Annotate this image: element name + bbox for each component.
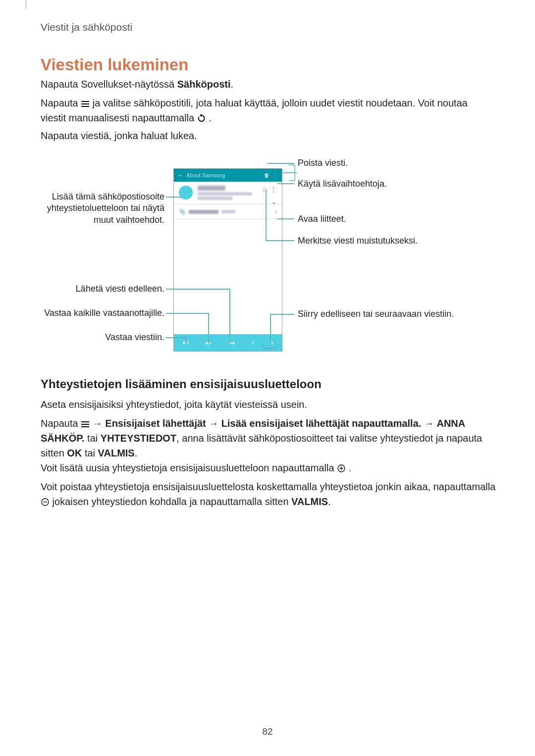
p6-suffix: .	[349, 462, 352, 473]
p5-mid: tai	[85, 433, 101, 444]
p7-mid: jokaisen yhteystiedon kohdalla ja napaut…	[53, 496, 292, 507]
phone-topbar: ← About Samsung 🗑 ⋮	[174, 169, 282, 182]
circle-plus-icon	[337, 464, 346, 473]
star-icon[interactable]: ☆	[262, 186, 268, 194]
menu-icon	[81, 421, 90, 428]
ann-line-replyall-v	[208, 313, 209, 344]
refresh-icon	[197, 114, 206, 123]
ann-line-reminder-v	[266, 190, 267, 240]
subsection-title: Yhteystietojen lisääminen ensisijaisuusl…	[41, 377, 321, 391]
ann-line-pn-up	[270, 314, 271, 348]
ann-line-reply	[166, 337, 186, 338]
paragraph-2: Napauta ja valitse sähköpostitili, jota …	[41, 96, 486, 125]
sender-email-blur	[198, 192, 252, 196]
p5-b5: OK	[67, 448, 82, 458]
p5-b6: VALMIS	[98, 448, 135, 458]
ann-line-replyall	[166, 313, 208, 314]
paragraph-3: Napauta viestiä, jonka haluat lukea.	[41, 130, 197, 142]
paragraph-6: Voit lisätä uusia yhteystietoja ensisija…	[41, 462, 351, 474]
p2-mid: ja valitse sähköpostitili, jota haluat k…	[41, 98, 468, 123]
attachment-chevron-icon: ›	[275, 209, 277, 215]
ann-add-contact: Lisää tämä sähköpostiosoite yhteystietol…	[41, 191, 164, 226]
ann-line-pn-h	[263, 348, 277, 349]
section-title: Viestien lukeminen	[41, 55, 188, 74]
p5-prefix: Napauta	[41, 418, 81, 429]
p5-b2: Lisää ensisijaiset lähettäjät napauttama…	[221, 418, 422, 429]
page-number: 82	[262, 726, 272, 737]
ann-line-contact	[166, 197, 181, 198]
attachment-name-blur	[189, 210, 218, 214]
menu-icon	[81, 101, 90, 107]
avatar[interactable]	[179, 186, 193, 200]
paragraph-7: Voit poistaa yhteystietoja ensisijaisuus…	[41, 479, 496, 509]
ann-line-reply-v	[186, 337, 187, 344]
p5-mid3: tai	[82, 448, 98, 458]
paragraph-4: Aseta ensisijaisiksi yhteystiedot, joita…	[41, 399, 307, 410]
paragraph-5: Napauta → Ensisijaiset lähettäjät → Lisä…	[41, 416, 496, 460]
p6-prefix: Voit lisätä uusia yhteystietoja ensisija…	[41, 462, 337, 473]
arrow3: →	[421, 418, 436, 429]
ann-delete: Poista viesti.	[298, 157, 348, 169]
p5-b4: YHTEYSTIEDOT	[101, 433, 176, 444]
ann-line-pn-v2	[277, 344, 278, 348]
ann-line-delete	[268, 163, 294, 164]
prev-icon[interactable]: ‹	[252, 338, 254, 347]
p2-prefix: Napauta	[41, 98, 81, 108]
ann-attachments: Avaa liitteet.	[298, 213, 346, 225]
ann-line-pn-v1	[263, 344, 264, 348]
trash-icon[interactable]: 🗑	[264, 172, 269, 178]
p7-suffix: .	[328, 496, 331, 507]
ann-forward: Lähetä viesti edelleen.	[41, 283, 164, 295]
ann-line-pn-top	[270, 314, 294, 315]
ann-options: Käytä lisävaihtoehtoja.	[298, 178, 387, 190]
ann-line-forward-v	[229, 289, 230, 343]
paperclip-icon: 📎	[179, 208, 186, 215]
p7-bold: VALMIS	[291, 496, 328, 507]
ann-line-reminder	[266, 240, 294, 241]
circle-minus-icon	[41, 498, 50, 506]
p7-prefix: Voit poistaa yhteystietoja ensisijaisuus…	[41, 481, 495, 492]
attachment-size-blur	[221, 210, 235, 213]
sender-date-blur	[198, 197, 232, 200]
arrow1: →	[93, 418, 106, 429]
paragraph-1: Napauta Sovellukset-näytössä Sähköposti.	[41, 79, 233, 90]
sender-info	[198, 186, 252, 200]
expand-icon[interactable]: ⌄	[271, 198, 277, 205]
p1-suffix: .	[231, 79, 234, 90]
back-icon[interactable]: ←	[178, 172, 183, 178]
ann-prevnext: Siirry edelliseen tai seuraavaan viestii…	[298, 308, 461, 320]
p1-bold: Sähköposti	[177, 79, 231, 90]
ann-line-options	[277, 183, 294, 184]
ann-reply-all: Vastaa kaikille vastaanottajille.	[41, 307, 164, 319]
phone-title: About Samsung	[186, 172, 261, 178]
svg-marker-3	[200, 114, 202, 117]
ann-line-attach	[277, 218, 294, 219]
p1-prefix: Napauta Sovellukset-näytössä	[41, 79, 177, 90]
p2-suffix: .	[209, 112, 212, 123]
p5-suffix: .	[135, 448, 138, 458]
p5-b1: Ensisijaiset lähettäjät	[105, 418, 206, 429]
ann-reply: Vastaa viestiin.	[41, 332, 164, 343]
overflow-icon[interactable]: ⋮	[272, 172, 278, 179]
more-icon[interactable]: ⋮	[270, 186, 277, 194]
next-icon[interactable]: ›	[271, 338, 273, 347]
arrow2: →	[206, 418, 221, 429]
breadcrumb: Viestit ja sähköposti	[41, 21, 132, 33]
page-edge	[26, 0, 26, 9]
ann-reminder: Merkitse viesti muistutukseksi.	[298, 235, 418, 247]
sender-name-blur	[198, 186, 225, 191]
ann-line-forward	[166, 289, 229, 290]
